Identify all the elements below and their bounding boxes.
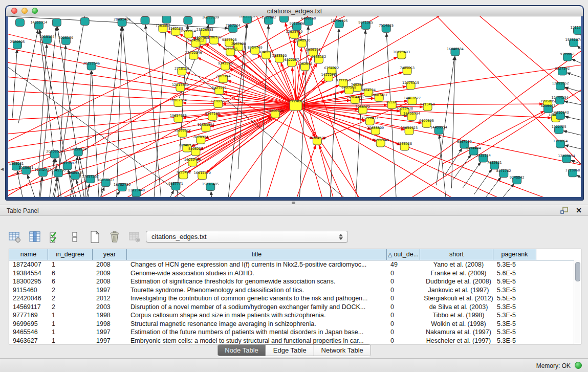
graph-node[interactable]: 9115460 [420,102,435,111]
memory-indicator[interactable] [575,362,582,369]
table-cell[interactable]: 1 [48,337,93,345]
table-cell[interactable]: 0 [387,311,420,320]
table-cell[interactable]: Nakamura et al. (1997) [420,328,493,337]
header-cell-year[interactable]: year [93,249,127,260]
table-cell[interactable]: Structural magnetic resonance image aver… [127,320,387,329]
float-panel-icon[interactable] [560,207,569,214]
header-cell-pagerank[interactable]: pagerank [493,249,536,260]
table-cell[interactable]: 9115460 [9,286,48,295]
network-window-titlebar[interactable]: citations_edges.txt [6,6,583,16]
table-cell[interactable]: 5.3E-5 [493,320,536,329]
graph-node[interactable]: 2718126 [175,67,189,75]
graph-node[interactable]: 1115681 [19,166,34,174]
table-cell[interactable]: 2009 [93,269,127,278]
new-table-icon[interactable] [87,229,102,245]
graph-node[interactable]: 19384554 [309,136,325,145]
table-cell[interactable]: Corpus callosum shape and size in male p… [127,311,387,320]
graph-node[interactable]: 14055714 [30,20,47,29]
table-cell[interactable]: 5.3E-5 [493,337,536,345]
header-cell-name[interactable]: name [9,249,48,260]
graph-node[interactable]: 9558122 [311,55,326,63]
delete-entries-icon[interactable] [107,229,122,245]
graph-node[interactable]: 7632621 [487,161,502,169]
table-row[interactable]: 946362711997Embryonic stem cells: a mode… [9,337,581,345]
table-cell[interactable]: 18300295 [9,277,48,286]
table-cell[interactable]: 1998 [93,311,127,320]
table-cell[interactable]: 0 [387,294,420,303]
graph-node[interactable]: 10958107 [97,178,114,187]
table-cell[interactable]: 0 [387,337,420,345]
table-cell[interactable]: Tibbo et al. (1998) [420,311,493,320]
tab-edge-table[interactable]: Edge Table [266,345,314,356]
graph-node[interactable]: 9875685 [223,47,238,56]
table-row[interactable]: 1456911722003Disruption of a novel membe… [9,303,581,312]
table-cell[interactable]: 0 [387,277,420,286]
table-cell[interactable]: 5.3E-5 [493,311,536,320]
graph-node[interactable]: 12393852 [552,81,569,90]
graph-node[interactable]: 20206576 [46,149,63,158]
table-row[interactable]: 1830029562008Estimation of significance … [9,277,581,286]
header-cell-title[interactable]: title [127,249,387,260]
table-cell[interactable]: 5.3E-5 [493,286,536,295]
table-cell[interactable]: 0 [387,286,420,295]
graph-node[interactable]: 9756928 [397,142,412,150]
table-cell[interactable]: 2 [48,286,93,295]
splitpane-collapse-arrow[interactable]: ◀ [1,167,4,171]
table-cell[interactable]: 0 [387,328,420,337]
table-cell[interactable]: 0 [387,303,420,312]
graph-node[interactable]: 1721064 [553,139,568,148]
table-cell[interactable]: 2 [48,294,93,303]
graph-node[interactable]: 2803144 [216,74,231,83]
table-row[interactable]: 911546021997Tourette syndrome. Phenomeno… [9,286,581,295]
table-cell[interactable]: Wolkin et al. (1998) [420,320,493,329]
graph-node[interactable] [15,18,24,26]
graph-node[interactable]: 62160 [386,100,397,109]
graph-node[interactable]: 20691406 [114,17,130,26]
table-vertical-scrollbar[interactable] [574,260,581,344]
graph-node[interactable]: 19166827 [174,128,191,137]
table-cell[interactable]: 2 [48,303,93,312]
table-cell[interactable]: Jankovic et al. (1997) [420,286,493,295]
table-cell[interactable]: 1997 [93,328,127,337]
table-cell[interactable]: Genome-wide association studies in ADHD. [127,269,387,278]
table-cell[interactable]: 1 [48,260,93,269]
table-cell[interactable]: Franke et al. (2009) [420,269,493,278]
table-cell[interactable]: 2008 [93,260,127,269]
table-cell[interactable]: Embryonic stem cells: a model to study s… [127,337,387,345]
table-cell[interactable]: 5.5E-5 [493,294,536,303]
table-cell[interactable]: 1998 [93,320,127,329]
table-cell[interactable]: 2012 [93,294,127,303]
table-cell[interactable]: 0 [387,320,420,329]
select-checkboxes-icon[interactable] [47,229,62,245]
graph-node[interactable] [184,16,192,24]
graph-node[interactable]: 16648784 [447,47,464,56]
graph-node[interactable]: 9671385 [358,20,373,29]
table-row[interactable]: 977716911998Corpus callosum shape and si… [9,311,581,320]
tab-node-table[interactable]: Node Table [217,345,266,356]
graph-node[interactable]: 8912954 [181,29,196,38]
graph-node[interactable]: 1322725 [552,125,567,134]
graph-node[interactable]: 5905139 [58,36,73,45]
graph-node[interactable]: 1421072 [321,73,336,81]
table-cell[interactable]: 5.6E-5 [493,269,536,278]
table-cell[interactable]: 5.9E-5 [493,277,536,286]
row-height-icon[interactable] [67,229,82,245]
table-row[interactable]: 2242004622012Investigating the contribut… [9,294,581,303]
table-cell[interactable]: 22420046 [9,294,48,303]
table-cell[interactable]: Stergiakouli et al. (2012) [420,294,493,303]
table-cell[interactable]: 2003 [93,303,127,312]
graph-node[interactable]: 16914479 [194,171,211,180]
table-cell[interactable]: 9463627 [9,337,48,345]
scrollbar-thumb[interactable] [575,262,580,281]
graph-node[interactable]: 17359934 [70,147,86,156]
table-cell[interactable]: 2008 [93,277,127,286]
table-cell[interactable]: 5.3E-5 [493,260,536,269]
graph-node[interactable]: 9146821 [259,50,274,59]
table-cell[interactable]: 1997 [93,286,127,295]
graph-node[interactable]: 9857771 [168,182,183,190]
table-cell[interactable]: 49 [387,260,420,269]
network-canvas[interactable]: 1872400771638228160128891295423226058982… [8,16,581,197]
table-settings-icon[interactable] [7,229,23,245]
table-cell[interactable]: 0 [387,269,420,278]
table-cell[interactable]: 1 [48,320,93,329]
